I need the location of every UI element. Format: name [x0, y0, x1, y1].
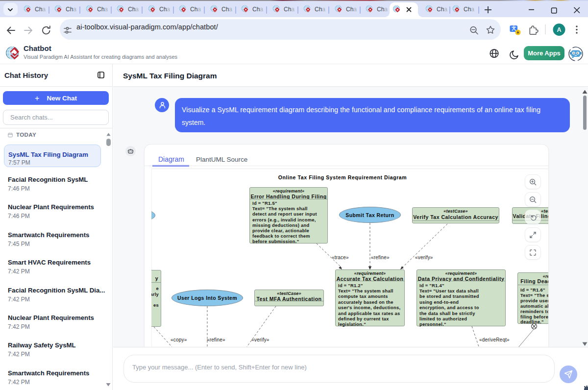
- svg-text:A: A: [557, 26, 561, 33]
